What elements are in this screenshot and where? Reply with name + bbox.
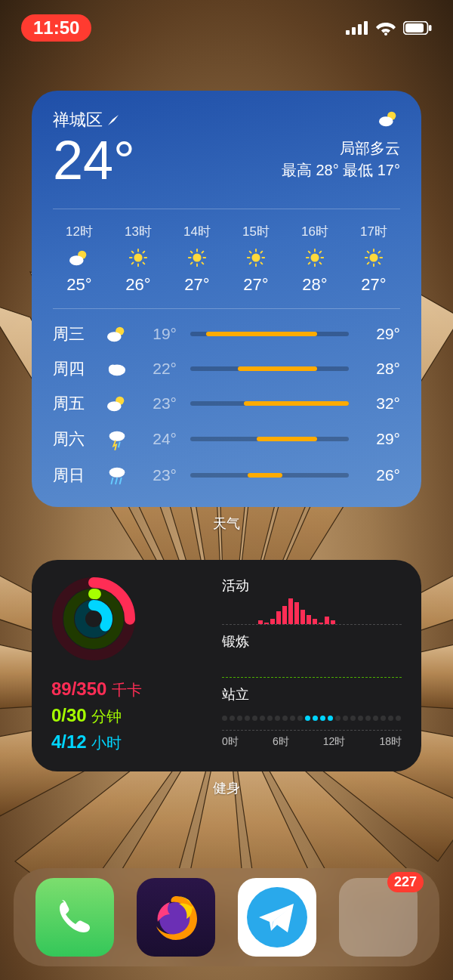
day-high: 29°	[362, 430, 400, 448]
svg-point-13	[134, 253, 142, 261]
telegram-icon	[238, 878, 316, 957]
svg-line-30	[191, 263, 193, 264]
move-bar	[307, 615, 311, 624]
stand-dot	[313, 716, 318, 721]
fitness-move-chart	[222, 598, 402, 625]
weather-temp: 24°	[53, 133, 135, 187]
battery-icon	[403, 21, 432, 35]
day-label: 周五	[53, 393, 98, 414]
day-label: 周日	[53, 465, 98, 486]
stand-dot	[260, 716, 265, 721]
stand-dot	[365, 716, 371, 721]
day-range-bar	[190, 437, 349, 441]
weather-condition-icon	[378, 109, 400, 132]
fitness-stand-chart	[222, 706, 402, 731]
stand-dot	[335, 716, 341, 721]
day-low: 23°	[136, 394, 177, 413]
weather-widget[interactable]: 禅城区 24° 局部多云 最高 28° 最低 17° 12时 25° 13时 2…	[32, 91, 421, 507]
fitness-widget-label: 健身	[0, 779, 453, 797]
activity-rings-icon	[51, 577, 136, 661]
dock: 227	[14, 868, 439, 966]
weather-hilo: 最高 28° 最低 17°	[282, 160, 400, 181]
stand-dot	[252, 716, 257, 721]
svg-point-61	[109, 364, 117, 373]
app-telegram[interactable]	[238, 878, 316, 957]
location-arrow-icon	[107, 114, 119, 126]
app-firefox[interactable]	[137, 878, 215, 957]
weather-location: 禅城区	[53, 109, 135, 131]
stand-dot	[282, 716, 288, 721]
svg-point-63	[107, 401, 122, 411]
svg-point-59	[107, 332, 122, 342]
stand-dot	[396, 716, 401, 721]
svg-point-5	[384, 32, 387, 36]
svg-line-57	[368, 263, 369, 264]
stand-dot	[373, 716, 378, 721]
stand-dot	[267, 716, 273, 721]
svg-point-40	[310, 253, 319, 261]
svg-rect-8	[429, 25, 432, 31]
svg-point-22	[193, 253, 201, 261]
day-row: 周六 24° 29°	[53, 421, 400, 457]
svg-line-20	[143, 252, 145, 253]
fitness-exercise-label: 锻炼	[222, 632, 402, 651]
svg-line-18	[132, 252, 134, 253]
svg-rect-2	[352, 27, 356, 35]
svg-line-21	[132, 263, 134, 264]
app-folder[interactable]: 227	[339, 878, 418, 957]
fitness-exercise-chart	[222, 654, 402, 678]
status-time[interactable]: 11:50	[21, 14, 91, 42]
hour-label: 17时	[347, 223, 400, 240]
fitness-exercise: 0/30 分钟	[51, 703, 202, 729]
svg-line-55	[379, 263, 381, 264]
svg-line-56	[379, 252, 381, 253]
day-row: 周日 23° 26°	[53, 457, 400, 493]
move-bar	[276, 611, 281, 624]
wifi-icon	[376, 20, 396, 36]
hour-label: 16时	[288, 223, 341, 240]
svg-point-64	[109, 431, 125, 441]
day-label: 周三	[53, 323, 98, 345]
day-label: 周四	[53, 358, 98, 379]
hour-col: 12时 25°	[53, 223, 106, 295]
move-bar	[325, 617, 329, 624]
weather-condition: 局部多云	[282, 138, 400, 159]
day-high: 29°	[362, 325, 400, 343]
day-label: 周六	[53, 428, 98, 450]
move-bar	[294, 602, 299, 624]
svg-rect-3	[358, 24, 362, 35]
fitness-move-label: 活动	[222, 577, 402, 595]
day-icon	[98, 359, 136, 379]
day-icon	[98, 428, 136, 450]
move-bar	[258, 620, 263, 624]
app-phone[interactable]	[35, 878, 114, 957]
svg-line-46	[320, 263, 322, 264]
svg-point-49	[369, 253, 378, 261]
day-range-bar	[190, 366, 349, 371]
day-low: 22°	[136, 360, 177, 378]
svg-line-38	[261, 252, 263, 253]
phone-icon	[54, 896, 96, 938]
day-range-bar	[190, 332, 349, 336]
hour-icon	[171, 248, 223, 267]
stand-dot	[305, 716, 310, 721]
svg-line-54	[368, 252, 369, 253]
svg-line-37	[261, 263, 263, 264]
hour-temp: 27°	[171, 275, 223, 295]
stand-dot	[358, 716, 363, 721]
stand-dot	[222, 716, 227, 721]
move-bar	[270, 619, 275, 624]
stand-dot	[328, 716, 333, 721]
svg-line-69	[120, 478, 122, 484]
day-icon	[98, 324, 136, 344]
hour-label: 15时	[230, 223, 282, 240]
day-icon	[98, 464, 136, 487]
move-bar	[300, 610, 305, 624]
svg-rect-1	[346, 30, 350, 35]
hour-col: 17时 27°	[347, 223, 400, 295]
svg-point-12	[69, 255, 84, 265]
stand-dot	[230, 716, 235, 721]
fitness-widget[interactable]: 89/350 千卡 0/30 分钟 4/12 小时 活动 锻炼 站立 0时6时1…	[32, 560, 421, 771]
svg-line-67	[112, 478, 113, 484]
move-bar	[288, 598, 293, 624]
